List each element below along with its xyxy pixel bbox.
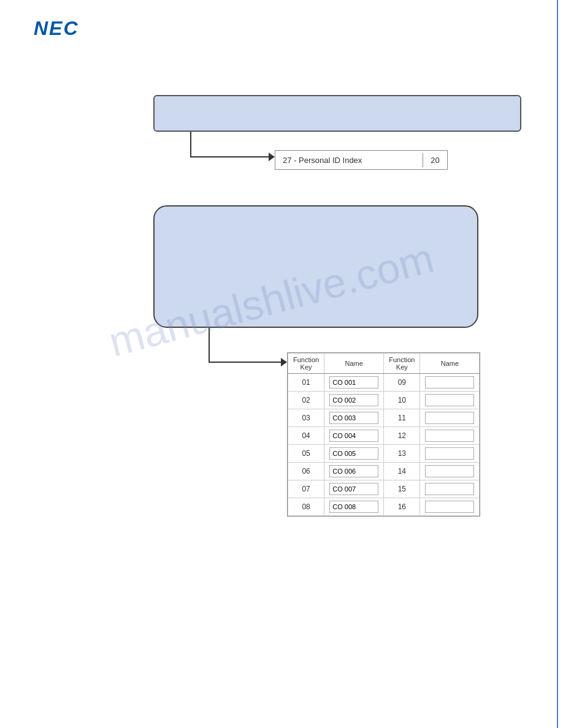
function-key-name-right[interactable]: [420, 480, 480, 498]
table-row: 0614: [288, 463, 480, 480]
function-key-name-left[interactable]: [324, 409, 384, 427]
function-key-number-right: 12: [384, 427, 420, 445]
table-row: 0109: [288, 374, 480, 392]
arrow-head-mid: [281, 358, 287, 366]
function-key-number-right: 09: [384, 374, 420, 392]
arrow-connector-horizontal-top: [190, 156, 270, 157]
function-key-number-right: 11: [384, 409, 420, 427]
middle-display-box: [153, 205, 478, 328]
function-key-number-left: 03: [288, 409, 324, 427]
function-key-name-right[interactable]: [420, 427, 480, 445]
function-key-number-left: 01: [288, 374, 324, 392]
field-value: 20: [423, 153, 447, 167]
function-key-number-left: 04: [288, 427, 324, 445]
function-key-name-right[interactable]: [420, 409, 480, 427]
function-key-name-right[interactable]: [420, 392, 480, 409]
table-row: 0513: [288, 445, 480, 463]
table-row: 0210: [288, 392, 480, 409]
top-display-box: [153, 95, 521, 132]
arrow-head-top: [269, 153, 275, 161]
col-header-key1: FunctionKey: [288, 354, 324, 374]
function-key-name-right[interactable]: [420, 445, 480, 463]
function-key-name-left[interactable]: [324, 445, 384, 463]
nec-logo: NEC: [34, 17, 79, 40]
function-key-name-right[interactable]: [420, 463, 480, 480]
function-key-number-right: 10: [384, 392, 420, 409]
function-key-number-left: 06: [288, 463, 324, 480]
field-label: 27 - Personal ID Index: [275, 153, 423, 167]
function-key-table-container: FunctionKey Name FunctionKey Name 010902…: [287, 352, 480, 517]
function-key-name-left[interactable]: [324, 427, 384, 445]
function-key-name-left[interactable]: [324, 392, 384, 409]
table-row: 0715: [288, 480, 480, 498]
arrow-connector-vertical-mid: [209, 328, 210, 362]
function-key-number-right: 15: [384, 480, 420, 498]
function-key-name-left[interactable]: [324, 463, 384, 480]
arrow-connector-horizontal-mid: [209, 362, 282, 363]
col-header-name1: Name: [324, 354, 384, 374]
table-body: 01090210031104120513061407150816: [288, 374, 480, 516]
function-key-name-right[interactable]: [420, 498, 480, 516]
table-row: 0816: [288, 498, 480, 516]
function-key-name-left[interactable]: [324, 374, 384, 392]
function-key-number-right: 14: [384, 463, 420, 480]
col-header-name2: Name: [420, 354, 480, 374]
table-row: 0311: [288, 409, 480, 427]
function-key-number-left: 08: [288, 498, 324, 516]
table-header-row: FunctionKey Name FunctionKey Name: [288, 354, 480, 374]
right-border: [557, 0, 558, 728]
function-key-number-left: 02: [288, 392, 324, 409]
personal-id-index-field: 27 - Personal ID Index 20: [275, 150, 448, 170]
function-key-name-left[interactable]: [324, 498, 384, 516]
function-key-number-right: 16: [384, 498, 420, 516]
function-key-name-right[interactable]: [420, 374, 480, 392]
function-key-number-right: 13: [384, 445, 420, 463]
arrow-connector-vertical-top: [190, 132, 191, 156]
col-header-key2: FunctionKey: [384, 354, 420, 374]
table-row: 0412: [288, 427, 480, 445]
function-key-number-left: 07: [288, 480, 324, 498]
function-key-name-left[interactable]: [324, 480, 384, 498]
function-key-number-left: 05: [288, 445, 324, 463]
function-key-table: FunctionKey Name FunctionKey Name 010902…: [288, 353, 480, 516]
